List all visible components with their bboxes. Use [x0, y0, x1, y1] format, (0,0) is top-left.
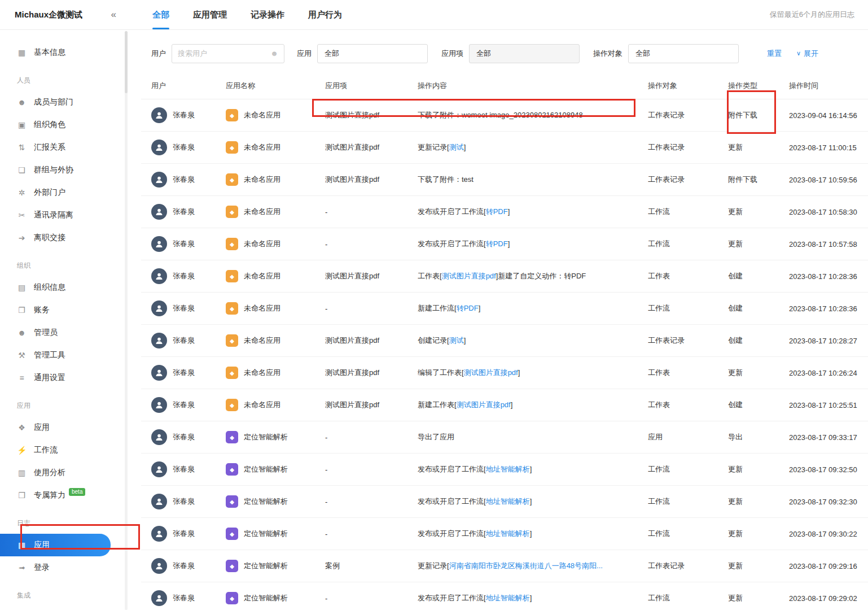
sidebar-item-app-logs[interactable]: ▦应用 — [0, 534, 111, 556]
scrollbar-thumb[interactable] — [125, 31, 128, 93]
sidebar-item-apps[interactable]: ❖应用 — [0, 416, 141, 439]
tab-record-operations[interactable]: 记录操作 — [251, 0, 284, 29]
user-name: 张春泉 — [173, 110, 195, 120]
sidebar-item-label: 管理工具 — [34, 350, 65, 360]
sidebar-item-label: 组织信息 — [34, 282, 65, 293]
app-name: 未命名应用 — [244, 271, 280, 281]
user-search-box[interactable]: ☻ — [172, 44, 284, 63]
content-link[interactable]: 地址智能解析 — [486, 465, 530, 473]
log-table-row: 张春泉◆未命名应用测试图片直接pdf工作表[测试图片直接pdf]新建了自定义动作… — [141, 260, 868, 293]
sidebar-item-label: 管理员 — [34, 328, 58, 338]
content-link[interactable]: 转PDF — [486, 207, 508, 216]
app-item: - — [325, 304, 418, 313]
sidebar-header: Michaux企微测试 « — [0, 0, 141, 30]
expand-button[interactable]: ∨ 展开 — [796, 49, 818, 59]
content-link[interactable]: 测试 — [449, 143, 464, 151]
handover-icon: ➔ — [17, 233, 27, 242]
person-icon: ☻ — [270, 49, 278, 58]
content-link[interactable]: 测试图片直接pdf — [442, 272, 496, 280]
user-avatar — [151, 333, 167, 348]
log-table-row: 张春泉◆定位智能解析-导出了应用应用导出2023-08-17 09:33:17 — [141, 421, 868, 454]
sidebar-item-label: 外部门户 — [34, 188, 65, 198]
sidebar-item-groups-collab[interactable]: ❏群组与外协 — [0, 159, 141, 181]
log-table-row: 张春泉◆未命名应用-发布或开启了工作流[转PDF]工作流更新2023-08-17… — [141, 228, 868, 260]
user-name: 张春泉 — [173, 496, 195, 507]
app-filter-select[interactable]: 全部 — [317, 44, 428, 63]
sidebar-item-resignation-handover[interactable]: ➔离职交接 — [0, 226, 141, 249]
app-item: - — [325, 433, 418, 442]
operation-target: 工作流 — [648, 529, 728, 539]
isolation-icon: ✂ — [17, 211, 27, 220]
user-avatar — [151, 590, 167, 606]
sidebar-item-org-info[interactable]: ▤组织信息 — [0, 276, 141, 299]
content-text: 发布或开启了工作流[ — [418, 465, 486, 473]
sidebar-item-label: 离职交接 — [34, 233, 65, 243]
content-link[interactable]: 转PDF — [457, 304, 479, 312]
operation-target: 工作流 — [648, 239, 728, 249]
operation-time: 2023-09-04 16:14:56 — [789, 111, 868, 120]
content-link[interactable]: 转PDF — [486, 239, 508, 248]
sidebar-item-org-roles[interactable]: ▣组织角色 — [0, 114, 141, 136]
content-link[interactable]: 测试 — [449, 336, 464, 345]
app-item: - — [325, 594, 418, 603]
target-filter-select[interactable]: 全部 — [628, 44, 739, 63]
app-icon: ◆ — [226, 206, 238, 218]
sidebar-item-reporting-relations[interactable]: ⇅汇报关系 — [0, 136, 141, 159]
operation-content: 导出了应用 — [418, 432, 648, 442]
sidebar-item-general-settings[interactable]: ≡通用设置 — [0, 367, 141, 389]
user-search-input[interactable] — [178, 49, 270, 58]
content-text: 编辑了工作表[ — [418, 368, 464, 377]
content-link[interactable]: 测试图片直接pdf — [457, 400, 511, 409]
app-name: 未命名应用 — [244, 175, 280, 185]
app-item-filter-value: 全部 — [476, 49, 491, 59]
content-link[interactable]: 河南省南阳市卧龙区梅溪街道八一路48号南阳... — [449, 561, 603, 570]
operation-type: 附件下载 — [728, 110, 789, 120]
operation-type: 更新 — [728, 561, 789, 571]
content-text: 发布或开启了工作流[ — [418, 239, 486, 248]
sidebar-item-admin-tools[interactable]: ⚒管理工具 — [0, 344, 141, 367]
admin-icon: ☻ — [17, 328, 27, 337]
operation-type: 创建 — [728, 400, 789, 410]
filter-bar: 用户 ☻ 应用 全部 应用项 全部 操作对象 全部 重置 ∨ 展开 — [141, 30, 868, 72]
tab-app-management[interactable]: 应用管理 — [193, 0, 227, 29]
user-avatar — [151, 429, 167, 445]
app-item: 测试图片直接pdf — [325, 271, 418, 281]
sidebar-scrollbar[interactable] — [125, 31, 128, 610]
collapse-sidebar-icon[interactable]: « — [111, 9, 116, 20]
sidebar-item-login-logs[interactable]: ➟登录 — [0, 556, 141, 579]
content-link[interactable]: 测试图片直接pdf — [464, 368, 518, 377]
sidebar-item-label: 登录 — [34, 563, 50, 573]
sidebar-item-external-portal[interactable]: ✲外部门户 — [0, 181, 141, 204]
app-item-filter-select[interactable]: 全部 — [469, 44, 580, 63]
content-link[interactable]: 地址智能解析 — [486, 529, 530, 538]
sidebar-item-billing[interactable]: ❐账务 — [0, 299, 141, 321]
sidebar-item-workflow[interactable]: ⚡工作流 — [0, 439, 141, 461]
app-item: 测试图片直接pdf — [325, 368, 418, 378]
operation-content: 发布或开启了工作流[地址智能解析] — [418, 529, 648, 539]
app-icon: ◆ — [226, 592, 238, 604]
operation-type: 附件下载 — [728, 175, 789, 185]
tab-all[interactable]: 全部 — [152, 0, 169, 29]
chart-icon: ▥ — [17, 468, 27, 477]
operation-time: 2023-08-17 09:30:22 — [789, 530, 868, 538]
sidebar-item-basic-info[interactable]: ▦基本信息 — [0, 41, 141, 64]
content-text: 发布或开启了工作流[ — [418, 529, 486, 538]
content-link[interactable]: 地址智能解析 — [486, 594, 530, 602]
sidebar-item-dedicated-compute[interactable]: ❒专属算力beta — [0, 484, 141, 507]
content-link[interactable]: 地址智能解析 — [486, 497, 530, 506]
sidebar-item-usage-analytics[interactable]: ▥使用分析 — [0, 461, 141, 484]
operation-target: 应用 — [648, 432, 728, 442]
sidebar-item-contacts-isolation[interactable]: ✂通讯录隔离 — [0, 204, 141, 226]
sidebar-item-admins[interactable]: ☻管理员 — [0, 321, 141, 344]
log-table-row: 张春泉◆未命名应用测试图片直接pdf编辑了工作表[测试图片直接pdf]工作表更新… — [141, 357, 868, 389]
sidebar-item-members-departments[interactable]: ☻成员与部门 — [0, 91, 141, 114]
sidebar-section-label-logs: 日志 — [0, 507, 141, 534]
app-name: 未命名应用 — [244, 400, 280, 410]
content-text: 发布或开启了工作流[ — [418, 207, 486, 216]
user-avatar — [151, 140, 167, 155]
reset-button[interactable]: 重置 — [767, 49, 782, 59]
content-text: 下载了附件：wemeet image_20230802162108948 — [418, 111, 583, 119]
app-name: 未命名应用 — [244, 207, 280, 217]
operation-type: 创建 — [728, 336, 789, 346]
tab-user-behavior[interactable]: 用户行为 — [308, 0, 342, 29]
